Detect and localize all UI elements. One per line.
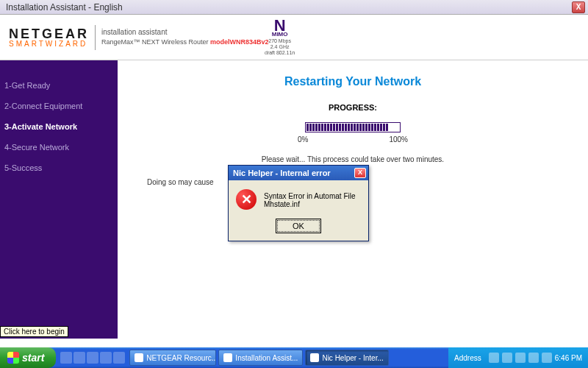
- dialog-title: Nic Helper - Internal error: [231, 169, 354, 177]
- tray-icon[interactable]: [542, 353, 552, 363]
- progress-bar: [305, 122, 401, 132]
- sidebar-step-4[interactable]: 4-Secure Network: [0, 137, 118, 158]
- progress-min: 0%: [298, 135, 308, 144]
- tooltip: Click here to begin: [0, 326, 68, 337]
- netgear-logo: NETGEAR SMARTWIZARD: [9, 27, 89, 48]
- system-tray: Address 6:46 PM: [448, 347, 588, 368]
- app-title: Installation Assistant - English: [3, 2, 572, 13]
- assistant-label: installation assistant: [101, 27, 268, 38]
- dialog-close-icon[interactable]: X: [354, 168, 366, 178]
- quick-launch: [56, 352, 129, 364]
- header-text: installation assistant RangeMax™ NEXT Wi…: [101, 27, 268, 47]
- ql-icon[interactable]: [87, 352, 98, 364]
- brand-sub: SMARTWIZARD: [9, 40, 89, 48]
- tray-icon[interactable]: [489, 353, 499, 363]
- task-icon: [310, 353, 319, 362]
- wait-text: Please wait... This process could take o…: [140, 155, 566, 163]
- start-button[interactable]: start: [0, 347, 56, 368]
- dialog-message: Syntax Error in Automat File Mhstate.inf: [264, 189, 361, 208]
- close-icon[interactable]: X: [572, 1, 585, 13]
- dialog-titlebar[interactable]: Nic Helper - Internal error X: [229, 166, 368, 180]
- taskbar-task-2[interactable]: Installation Assist...: [218, 350, 303, 366]
- sidebar-step-5[interactable]: 5-Success: [0, 158, 118, 178]
- ql-icon[interactable]: [100, 352, 112, 364]
- sidebar-step-3[interactable]: 3-Activate Network: [0, 116, 118, 137]
- taskbar-task-1[interactable]: NETGEAR Resourc...: [129, 350, 216, 366]
- clock[interactable]: 6:46 PM: [555, 354, 582, 362]
- task-icon: [135, 353, 143, 362]
- tray-icon[interactable]: [502, 353, 512, 363]
- brand-name: NETGEAR: [9, 27, 89, 40]
- model-number: modelWNR834Bv2: [210, 38, 269, 46]
- ql-icon[interactable]: [60, 352, 72, 364]
- tray-icon[interactable]: [515, 353, 526, 363]
- progress-label: PROGRESS:: [140, 103, 566, 112]
- ql-icon[interactable]: [74, 352, 85, 364]
- header: NETGEAR SMARTWIZARD installation assista…: [0, 15, 588, 60]
- address-label: Address: [454, 354, 481, 362]
- ql-icon[interactable]: [113, 352, 125, 364]
- divider: [95, 25, 96, 50]
- page-title: Restarting Your Network: [140, 75, 566, 88]
- sidebar-step-1[interactable]: 1-Get Ready: [0, 75, 118, 96]
- progress-range: 0% 100%: [298, 135, 408, 144]
- ok-button[interactable]: OK: [276, 219, 321, 233]
- app-titlebar: Installation Assistant - English X: [0, 0, 588, 15]
- taskbar: start NETGEAR Resourc... Installation As…: [0, 347, 588, 368]
- product-line: RangeMax™ NEXT Wireless Router modelWNR8…: [101, 38, 268, 47]
- dialog-body: ✕ Syntax Error in Automat File Mhstate.i…: [229, 180, 368, 219]
- task-icon: [223, 353, 232, 362]
- error-dialog: Nic Helper - Internal error X ✕ Syntax E…: [228, 165, 369, 241]
- tray-icon[interactable]: [528, 353, 539, 363]
- progress-max: 100%: [389, 135, 408, 144]
- sidebar: 1-Get Ready 2-Connect Equipment 3-Activa…: [0, 60, 118, 339]
- mimo-logo: N MIMO 270 Mbps 2.4 GHz draft 802.11n: [265, 19, 295, 55]
- sidebar-step-2[interactable]: 2-Connect Equipment: [0, 96, 118, 116]
- taskbar-task-3[interactable]: Nic Helper - Inter...: [305, 350, 388, 366]
- error-icon: ✕: [236, 189, 257, 210]
